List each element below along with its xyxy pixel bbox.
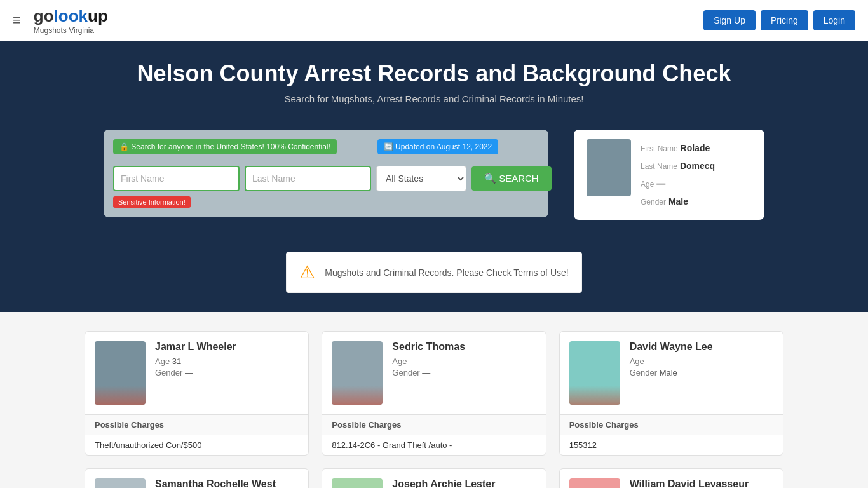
result-card[interactable]: William David Levasseur Age — Gender Mal… [559,468,783,488]
profile-age-row: Age — [641,175,715,193]
updated-banner: 🔄 Updated on August 12, 2022 [377,139,498,154]
result-name: Sedric Thomas [392,341,465,353]
charges-body: 155312 [560,435,783,455]
hero-section: Nelson County Arrest Records and Backgro… [0,41,868,130]
gender-label: Gender [641,198,666,207]
result-info: William David Levasseur Age — Gender Mal… [630,478,749,488]
search-box: 🔒 Search for anyone in the United States… [104,130,548,217]
logo-up: up [88,6,108,25]
result-name: Joseph Archie Lester [392,478,495,488]
search-section: 🔒 Search for anyone in the United States… [0,130,868,245]
result-avatar [332,478,383,488]
hamburger-menu-icon[interactable]: ≡ [13,12,21,29]
result-age: Age — [630,356,713,366]
results-section: Jamar L Wheeler Age 31 Gender — Possible… [0,312,868,488]
result-gender: Gender — [155,368,236,377]
result-gender: Gender Male [630,368,713,377]
header-left: ≡ golookup Mugshots Virginia [13,6,108,35]
confidential-banner: 🔒 Search for anyone in the United States… [113,139,337,154]
login-button[interactable]: Login [813,10,855,30]
signup-button[interactable]: Sign Up [703,10,756,30]
result-name: Jamar L Wheeler [155,341,236,353]
site-header: ≡ golookup Mugshots Virginia Sign Up Pri… [0,0,868,41]
warning-section: ⚠ Mugshots and Criminal Records. Please … [0,245,868,312]
result-top: Sedric Thomas Age — Gender — [322,332,545,414]
result-name: Samantha Rochelle West [155,478,276,488]
firstname-value: Rolade [681,143,710,153]
result-avatar [332,341,383,405]
result-age: Age — [392,356,465,366]
lastname-value: Domecq [680,161,715,171]
result-name: William David Levasseur [630,478,749,488]
pricing-button[interactable]: Pricing [761,10,808,30]
warning-text: Mugshots and Criminal Records. Please Ch… [325,268,568,278]
logo-go: go [34,6,54,25]
result-top: William David Levasseur Age — Gender Mal… [560,469,783,488]
result-info: Samantha Rochelle West Age — Gender Fema… [155,478,276,488]
profile-gender-row: Gender Male [641,193,715,210]
age-label: Age [641,180,654,189]
result-top: Joseph Archie Lester Age — Gender Male [322,469,545,488]
result-age: Age 31 [155,356,236,366]
hero-subtitle: Search for Mugshots, Arrest Records and … [13,93,855,104]
age-value: — [656,179,665,189]
result-card[interactable]: Sedric Thomas Age — Gender — Possible Ch… [322,331,546,456]
result-top: Jamar L Wheeler Age 31 Gender — [85,332,308,414]
profile-info: First Name Rolade Last Name Domecq Age —… [641,139,715,210]
result-card[interactable]: Joseph Archie Lester Age — Gender Male P… [322,468,546,488]
result-gender: Gender — [392,368,465,377]
logo: golookup [34,6,108,26]
logo-area: golookup Mugshots Virginia [34,6,108,35]
charges-body: Theft/unauthorized Con/$500 [85,435,308,455]
firstname-label: First Name [641,144,678,153]
search-button[interactable]: 🔍 SEARCH [471,166,552,191]
result-top: David Wayne Lee Age — Gender Male [560,332,783,414]
warning-icon: ⚠ [299,262,315,283]
result-name: David Wayne Lee [630,341,713,353]
result-avatar [95,341,146,405]
profile-card: First Name Rolade Last Name Domecq Age —… [574,130,764,220]
result-card[interactable]: Samantha Rochelle West Age — Gender Fema… [85,468,309,488]
sensitive-label: Sensitive Information! [113,196,191,208]
gender-value: Male [668,196,688,207]
lastname-label: Last Name [641,162,677,171]
result-card[interactable]: Jamar L Wheeler Age 31 Gender — Possible… [85,331,309,456]
result-info: Joseph Archie Lester Age — Gender Male [392,478,495,488]
result-avatar [569,478,620,488]
search-banners: 🔒 Search for anyone in the United States… [113,139,539,159]
result-info: Jamar L Wheeler Age 31 Gender — [155,341,236,379]
charges-body: 812.14-2C6 - Grand Theft /auto - [322,435,545,455]
results-grid: Jamar L Wheeler Age 31 Gender — Possible… [85,331,783,488]
sensitive-badge: Sensitive Information! [113,191,539,208]
profile-firstname-row: First Name Rolade [641,139,715,157]
avatar-overlay [332,386,383,405]
result-info: Sedric Thomas Age — Gender — [392,341,465,379]
search-inputs: All StatesAlabamaAlaskaArizonaArkansasCa… [113,166,539,191]
avatar-overlay [95,386,146,405]
page-title: Nelson County Arrest Records and Backgro… [13,60,855,87]
charges-header: Possible Charges [85,414,308,435]
profile-avatar [587,139,631,196]
state-select[interactable]: All StatesAlabamaAlaskaArizonaArkansasCa… [376,166,466,191]
charges-header: Possible Charges [560,414,783,435]
result-top: Samantha Rochelle West Age — Gender Fema… [85,469,308,488]
result-avatar [95,478,146,488]
logo-subtitle: Mugshots Virginia [34,26,94,35]
result-avatar [569,341,620,405]
result-info: David Wayne Lee Age — Gender Male [630,341,713,379]
header-right: Sign Up Pricing Login [703,10,855,30]
last-name-input[interactable] [245,166,371,191]
first-name-input[interactable] [113,166,240,191]
warning-bar: ⚠ Mugshots and Criminal Records. Please … [286,252,581,293]
charges-header: Possible Charges [322,414,545,435]
avatar-overlay [569,386,620,405]
result-card[interactable]: David Wayne Lee Age — Gender Male Possib… [559,331,783,456]
profile-lastname-row: Last Name Domecq [641,157,715,175]
logo-look: look [54,6,88,25]
